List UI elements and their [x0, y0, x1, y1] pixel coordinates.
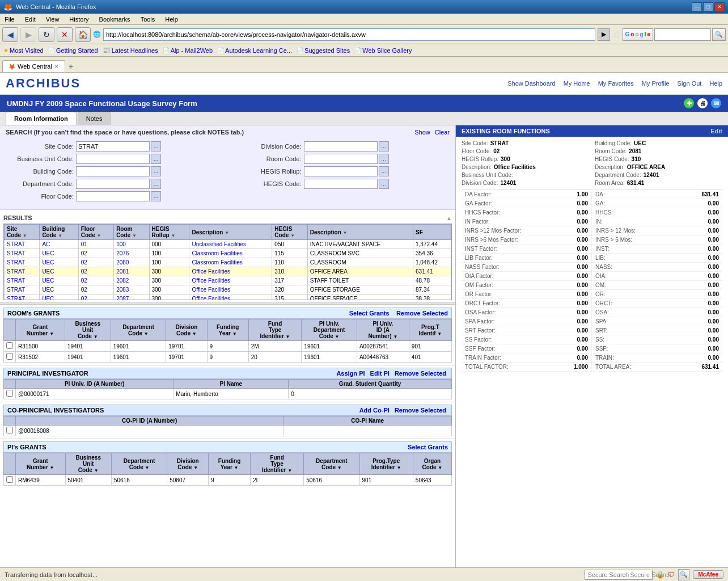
grants-col-year[interactable]: FundingYear ▼ [207, 319, 248, 341]
remove-co-pi-btn[interactable]: Remove Selected [395, 407, 446, 414]
menu-bookmarks[interactable]: Bookmarks [97, 15, 133, 23]
room-code-input[interactable] [76, 179, 150, 189]
pig-col-div[interactable]: DivisionCode ▼ [167, 453, 209, 475]
back-button[interactable]: ◀ [2, 27, 18, 42]
col-building-code[interactable]: BuildingCode ▼ [40, 225, 78, 240]
pig-col-dept[interactable]: DepartmentCode ▼ [111, 453, 167, 475]
pi-col-qty[interactable]: Grad. Student Quantity [289, 380, 452, 389]
dept-code-browse[interactable]: … [379, 154, 389, 164]
grants-col-grant[interactable]: GrantNumber ▼ [16, 319, 65, 341]
nav-signout[interactable]: Sign Out [678, 80, 702, 87]
co-pi-col-name[interactable]: CO-PI Name [283, 416, 452, 426]
grants-col-bu[interactable]: BusinessUnitCode ▼ [65, 319, 111, 341]
menu-history[interactable]: History [67, 15, 91, 23]
col-hegis-rollup[interactable]: HEGISRollup ▼ [149, 225, 189, 240]
res-desc1[interactable]: Office Facilities [189, 276, 272, 285]
add-co-pi-btn[interactable]: Add Co-PI [359, 407, 390, 414]
menu-edit[interactable]: Edit [23, 15, 38, 23]
hegis-rollup-browse[interactable]: … [379, 179, 389, 189]
res-room[interactable]: 2076 [114, 249, 149, 258]
res-floor[interactable]: 02 [78, 285, 113, 294]
results-row[interactable]: STRAT AC 01 100 000 Unclassified Facilit… [5, 240, 451, 249]
pig-col-organ[interactable]: OrganCode ▼ [413, 453, 451, 475]
menu-tools[interactable]: Tools [138, 15, 158, 23]
title-bar-buttons[interactable]: — □ ✕ [692, 2, 725, 11]
res-bldg[interactable]: UEC [40, 285, 78, 294]
reload-button[interactable]: ↻ [39, 27, 54, 42]
res-desc1[interactable]: Unclassified Facilities [189, 240, 272, 249]
res-floor[interactable]: 02 [78, 249, 113, 258]
results-row[interactable]: STRAT UEC 02 2087 300 Office Facilities … [5, 294, 451, 301]
co-pi-col-id[interactable]: CO-PI ID (A Number) [16, 416, 283, 426]
address-input[interactable] [103, 28, 595, 41]
floor-code-input[interactable] [76, 166, 150, 176]
forward-button[interactable]: ▶ [20, 27, 36, 42]
pig-col-bu[interactable]: BusinessUnitCode ▼ [65, 453, 111, 475]
res-room[interactable]: 2083 [114, 285, 149, 294]
tab-notes[interactable]: Notes [78, 112, 111, 125]
menu-file[interactable]: File [2, 15, 17, 23]
col-floor-code[interactable]: FloorCode ▼ [78, 225, 113, 240]
form-email-icon[interactable]: ✉ [711, 98, 721, 108]
maximize-btn[interactable]: □ [703, 2, 713, 11]
remove-grants-btn[interactable]: Remove Selected [396, 310, 448, 317]
div-code-browse[interactable]: … [379, 166, 389, 176]
form-add-icon[interactable]: ✚ [684, 98, 694, 108]
res-desc1[interactable]: Classroom Facilities [189, 249, 272, 258]
bu-code-input[interactable] [304, 141, 378, 151]
tab-web-central[interactable]: 🦊 Web Central ✕ [2, 60, 65, 72]
grants-col-pi-id[interactable]: PI Univ.ID (ANumber) ▼ [357, 319, 409, 341]
floor-code-browse[interactable]: … [151, 166, 161, 176]
col-desc1[interactable]: Description ▼ [189, 225, 272, 240]
bu-code-browse[interactable]: … [379, 141, 389, 151]
dept-code-input[interactable] [304, 154, 378, 164]
bookmark-suggested[interactable]: 📄 Suggested Sites [297, 47, 350, 54]
res-bldg[interactable]: AC [40, 240, 78, 249]
res-room[interactable]: 100 [114, 240, 149, 249]
res-room[interactable]: 2080 [114, 258, 149, 267]
results-row[interactable]: STRAT UEC 02 2076 100 Classroom Faciliti… [5, 249, 451, 258]
erf-edit-btn[interactable]: Edit [710, 128, 722, 134]
grants-check[interactable] [4, 341, 16, 352]
res-floor[interactable]: 02 [78, 267, 113, 276]
grants-check[interactable] [4, 352, 16, 363]
clear-button[interactable]: Clear [435, 129, 450, 136]
results-row[interactable]: STRAT UEC 02 2080 100 Classroom Faciliti… [5, 258, 451, 267]
pi-check-cell[interactable] [4, 389, 16, 399]
building-code-browse[interactable]: … [151, 154, 161, 164]
site-code-input[interactable] [76, 141, 150, 151]
nav-home[interactable]: My Home [564, 80, 590, 87]
bookmark-headlines[interactable]: 📰 Latest Headlines [103, 47, 158, 54]
res-bldg[interactable]: UEC [40, 294, 78, 301]
results-row[interactable]: STRAT UEC 02 2083 300 Office Facilities … [5, 285, 451, 294]
res-desc1[interactable]: Office Facilities [189, 294, 272, 301]
building-code-input[interactable] [76, 154, 150, 164]
bookmark-webslice[interactable]: 📄 Web Slice Gallery [354, 47, 412, 54]
pig-col-dept2[interactable]: DepartmentCode ▼ [304, 453, 359, 475]
search-go-status-btn[interactable]: 🔍 [678, 569, 689, 580]
search-input[interactable] [654, 28, 711, 41]
minimize-btn[interactable]: — [692, 2, 702, 11]
nav-dashboard[interactable]: Show Dashboard [507, 80, 555, 87]
res-floor[interactable]: 02 [78, 294, 113, 301]
col-desc2[interactable]: Description ▼ [307, 225, 413, 240]
hegis-code-browse[interactable]: … [151, 191, 161, 201]
assign-pi-btn[interactable]: Assign PI [336, 370, 365, 377]
nav-profile[interactable]: My Profile [642, 80, 670, 87]
remove-pi-btn[interactable]: Remove Selected [395, 370, 446, 377]
go-button[interactable]: ▶ [598, 28, 610, 41]
status-search-input[interactable] [585, 570, 653, 580]
bookmark-mail2web[interactable]: 📄 Alp - Mail2Web [163, 47, 213, 54]
hegis-code-input[interactable] [76, 191, 150, 201]
pig-col-year[interactable]: FundingYear ▼ [209, 453, 251, 475]
pi-col-id[interactable]: PI Univ. ID (A Number) [16, 380, 173, 389]
select-grants-btn[interactable]: Select Grants [349, 310, 390, 317]
col-room-code[interactable]: RoomCode ▼ [114, 225, 149, 240]
res-bldg[interactable]: UEC [40, 258, 78, 267]
res-floor[interactable]: 02 [78, 258, 113, 267]
col-hegis-code[interactable]: HEGISCode ▼ [272, 225, 307, 240]
res-floor[interactable]: 02 [78, 276, 113, 285]
results-row[interactable]: STRAT UEC 02 2081 300 Office Facilities … [5, 267, 451, 276]
edit-pi-btn[interactable]: Edit PI [370, 370, 390, 377]
form-print-icon[interactable]: 🖨 [697, 98, 708, 108]
